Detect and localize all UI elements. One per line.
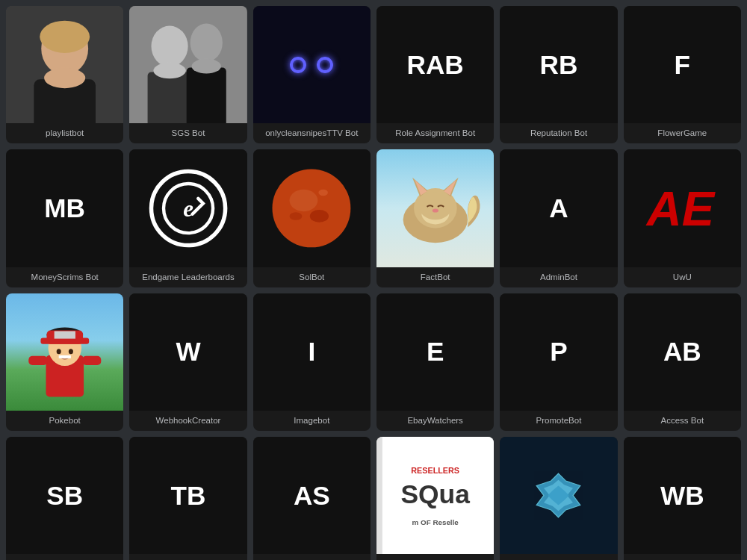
svg-point-6: [152, 26, 188, 67]
svg-rect-35: [40, 338, 89, 344]
bot-avatar-inactivitybot: [500, 437, 617, 554]
bot-card-rab[interactable]: RAB Role Assignment Bot: [376, 6, 494, 143]
bot-card-flowergame[interactable]: F FlowerGame: [624, 6, 741, 143]
svg-text:SQua: SQua: [400, 479, 470, 508]
svg-point-37: [57, 349, 61, 355]
bot-avatar-apexscrims: AS: [253, 437, 371, 554]
bot-label-rb: Reputation Bot: [500, 123, 617, 143]
bot-card-promotebot[interactable]: P PromoteBot: [500, 293, 617, 431]
svg-point-28: [418, 192, 452, 220]
svg-point-19: [290, 212, 303, 220]
bot-label-pokebot: Pokebot: [6, 411, 123, 431]
bot-label-solbot: SolBot: [253, 267, 371, 287]
bot-card-playlistbot[interactable]: playlistbot: [6, 6, 123, 143]
bot-avatar-imagebot: I: [253, 293, 371, 411]
bot-card-moneyscrims[interactable]: MB MoneyScrims Bot: [6, 149, 123, 287]
bot-label-webhookcreator: WebhookCreator: [129, 411, 247, 431]
svg-point-4: [44, 68, 85, 89]
bot-card-adminbot[interactable]: A AdminBot: [500, 149, 617, 287]
bot-card-rb[interactable]: RB Reputation Bot: [500, 6, 617, 143]
bot-card-solbot[interactable]: SolBot: [253, 149, 371, 287]
svg-point-17: [290, 190, 318, 211]
bot-label-factbot: FactBot: [376, 267, 494, 287]
svg-point-9: [190, 24, 223, 62]
bot-label-apexscrims: Apex Scrims: [253, 554, 371, 560]
bot-card-onlyclean[interactable]: onlycleansnipesTTV Bot: [253, 6, 371, 143]
svg-text:e: e: [183, 196, 193, 222]
svg-rect-10: [187, 68, 226, 124]
svg-text:m OF Reselle: m OF Reselle: [412, 518, 459, 526]
bot-label-ebaywatchers: EbayWatchers: [376, 411, 494, 431]
svg-point-8: [154, 63, 186, 79]
bot-card-ticketbot[interactable]: TB Ticket Bot: [129, 437, 247, 560]
svg-rect-40: [82, 356, 101, 365]
bot-avatar-factbot: [376, 149, 494, 267]
bot-label-accessbot: Access Bot: [624, 411, 741, 431]
bot-label-ebayview: EbayView: [376, 554, 494, 560]
bot-card-ebayview[interactable]: RESELLERS SQua m OF Reselle EbayView: [376, 437, 494, 560]
bot-card-waitlistbot[interactable]: WB Waitlist Bot: [624, 437, 741, 560]
bot-avatar-adminbot: A: [500, 149, 617, 267]
svg-point-18: [310, 210, 329, 223]
bot-card-ebaywatchers[interactable]: E EbayWatchers: [376, 293, 494, 431]
svg-rect-7: [148, 72, 192, 123]
svg-rect-46: [376, 437, 382, 554]
bot-card-uwu[interactable]: AE UwU: [624, 149, 741, 287]
eye-left: [290, 57, 306, 73]
bot-avatar-uwu: AE: [624, 149, 741, 267]
svg-rect-41: [59, 355, 71, 358]
bot-avatar-rb: RB: [500, 6, 617, 123]
bot-avatar-onlyclean: [253, 6, 371, 123]
bot-label-playlistbot: playlistbot: [6, 123, 123, 143]
bot-card-supportbot[interactable]: SB Support Bot: [6, 437, 123, 560]
bot-card-pokebot[interactable]: Pokebot: [6, 293, 123, 431]
bot-card-apexscrims[interactable]: AS Apex Scrims: [253, 437, 371, 560]
bot-avatar-solbot: [253, 149, 371, 267]
svg-point-29: [433, 208, 438, 212]
bot-avatar-webhookcreator: W: [129, 293, 247, 411]
bot-card-sgs-bot[interactable]: SGS Bot: [129, 6, 247, 143]
bot-label-waitlistbot: Waitlist Bot: [624, 554, 741, 560]
bot-avatar-playlistbot: [6, 6, 123, 123]
bot-label-imagebot: Imagebot: [253, 411, 371, 431]
bot-avatar-rab: RAB: [376, 6, 494, 123]
bot-label-flowergame: FlowerGame: [624, 123, 741, 143]
bot-label-ticketbot: Ticket Bot: [129, 554, 247, 560]
svg-point-38: [69, 349, 73, 355]
bot-label-uwu: UwU: [624, 267, 741, 287]
bot-label-inactivitybot: InactivityBot: [500, 554, 617, 560]
bot-label-onlyclean: onlycleansnipesTTV Bot: [253, 123, 371, 143]
bot-avatar-ticketbot: TB: [129, 437, 247, 554]
bot-avatar-waitlistbot: WB: [624, 437, 741, 554]
bot-avatar-endgame: e: [129, 149, 247, 267]
bot-grid: playlistbot SGS Bot onlycleansnipesTTV B…: [0, 0, 747, 560]
bot-avatar-pokebot: [6, 293, 123, 411]
svg-rect-36: [54, 332, 75, 339]
bot-avatar-flowergame: F: [624, 6, 741, 123]
svg-point-20: [319, 190, 329, 196]
bot-card-inactivitybot[interactable]: InactivityBot: [500, 437, 617, 560]
bot-avatar-moneyscrims: MB: [6, 149, 123, 267]
bot-label-adminbot: AdminBot: [500, 267, 617, 287]
bot-avatar-ebayview: RESELLERS SQua m OF Reselle: [376, 437, 494, 554]
bot-card-endgame[interactable]: e Endgame Leaderboards: [129, 149, 247, 287]
bot-avatar-promotebot: P: [500, 293, 617, 411]
bot-avatar-sgs-bot: [129, 6, 247, 123]
bot-card-imagebot[interactable]: I Imagebot: [253, 293, 371, 431]
bot-card-factbot[interactable]: FactBot: [376, 149, 494, 287]
bot-label-endgame: Endgame Leaderboards: [129, 267, 247, 287]
bot-label-supportbot: Support Bot: [6, 554, 123, 560]
bot-card-webhookcreator[interactable]: W WebhookCreator: [129, 293, 247, 431]
bot-avatar-accessbot: AB: [624, 293, 741, 411]
svg-point-2: [40, 21, 90, 53]
svg-rect-39: [28, 356, 47, 365]
bot-label-rab: Role Assignment Bot: [376, 123, 494, 143]
bot-card-accessbot[interactable]: AB Access Bot: [624, 293, 741, 431]
bot-label-moneyscrims: MoneyScrims Bot: [6, 267, 123, 287]
svg-text:AE: AE: [645, 181, 716, 236]
bot-avatar-ebaywatchers: E: [376, 293, 494, 411]
bot-avatar-supportbot: SB: [6, 437, 123, 554]
svg-text:RESELLERS: RESELLERS: [411, 466, 459, 475]
eye-right: [317, 57, 333, 73]
bot-label-promotebot: PromoteBot: [500, 411, 617, 431]
